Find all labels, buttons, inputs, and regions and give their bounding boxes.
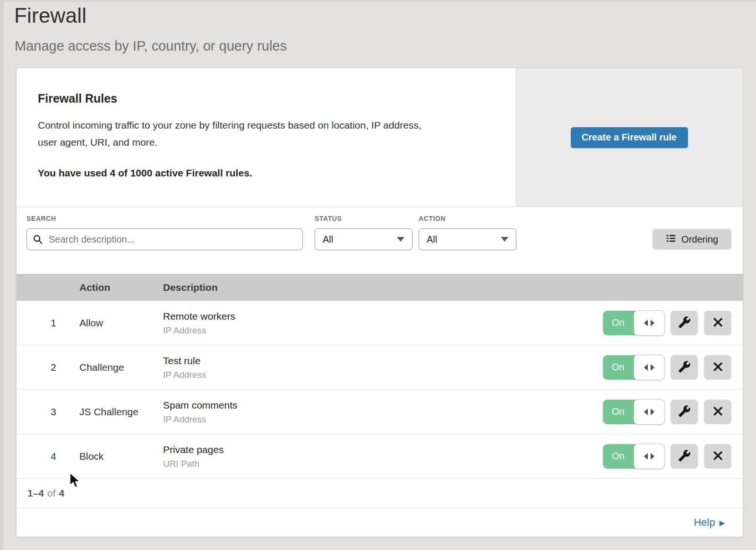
description-line-2: user agent, URI, and more. [38, 137, 157, 148]
rule-match-type: IP Address [163, 325, 235, 335]
triangle-right-icon [651, 453, 654, 460]
overview-section: Firewall Rules Control incoming traffic … [17, 68, 743, 207]
rule-enabled-toggle[interactable]: On [603, 400, 664, 424]
toggle-state-label: On [603, 355, 633, 380]
rule-description: Test rule [163, 355, 206, 366]
delete-rule-button[interactable] [704, 400, 731, 424]
rule-enabled-toggle[interactable]: On [603, 444, 664, 469]
rule-description-cell: Remote workers IP Address [163, 310, 235, 335]
ordering-button[interactable]: Ordering [653, 229, 731, 250]
rule-match-type: IP Address [163, 414, 238, 424]
edit-rule-button[interactable] [670, 444, 698, 469]
section-description: Control incoming traffic to your zone by… [38, 117, 487, 151]
toggle-handle[interactable] [634, 399, 665, 425]
description-line-1: Control incoming traffic to your zone by… [38, 120, 421, 131]
status-label: STATUS [315, 215, 412, 222]
table-row: 2 Challenge Test rule IP Address On [17, 345, 743, 390]
create-firewall-rule-button[interactable]: Create a Firewall rule [571, 127, 688, 148]
table-row: 1 Allow Remote workers IP Address On [17, 301, 743, 345]
table-row: 3 JS Challenge Spam comments IP Address … [17, 390, 743, 434]
page-subtitle: Manage access by IP, country, or query r… [15, 38, 287, 54]
rule-controls: On [603, 400, 731, 424]
column-header-action: Action [79, 274, 110, 301]
toggle-handle[interactable] [634, 310, 665, 336]
rule-action: Challenge [79, 345, 124, 390]
rule-description-cell: Private pages URI Path [163, 444, 223, 469]
card-footer: Help ▶ [17, 508, 743, 537]
window-left-edge [0, 0, 4, 550]
rule-description: Private pages [163, 444, 223, 455]
help-link-label: Help [694, 516, 715, 529]
rule-controls: On [603, 444, 731, 469]
overview-text-block: Firewall Rules Control incoming traffic … [17, 68, 515, 207]
delete-rule-button[interactable] [704, 311, 731, 335]
ordering-button-label: Ordering [681, 234, 718, 245]
action-filter: ACTION All [419, 215, 516, 250]
close-icon [712, 450, 724, 463]
delete-rule-button[interactable] [704, 444, 731, 469]
search-input[interactable] [26, 228, 303, 250]
help-link[interactable]: Help ▶ [694, 516, 725, 529]
toggle-state-label: On [603, 400, 633, 424]
usage-text: You have used 4 of 1000 active Firewall … [38, 167, 487, 179]
wrench-icon [678, 449, 691, 463]
delete-rule-button[interactable] [704, 355, 731, 380]
triangle-right-icon [651, 320, 654, 326]
chevron-down-icon [397, 237, 404, 242]
toggle-handle[interactable] [634, 355, 665, 380]
wrench-icon [678, 316, 691, 330]
edit-rule-button[interactable] [670, 400, 698, 424]
rules-list: 1 Allow Remote workers IP Address On [17, 301, 743, 479]
column-header-description: Description [163, 274, 218, 301]
cta-panel: Create a Firewall rule [515, 68, 743, 207]
pagination-range: 1–4 [27, 488, 44, 499]
rule-number: 1 [42, 301, 56, 345]
search-filter: SEARCH [26, 215, 303, 250]
triangle-left-icon [644, 453, 648, 460]
arrow-right-icon: ▶ [719, 518, 725, 526]
rule-action: JS Challenge [79, 390, 138, 434]
rule-enabled-toggle[interactable]: On [603, 311, 664, 335]
table-row: 4 Block Private pages URI Path On [17, 434, 743, 479]
triangle-right-icon [651, 364, 654, 371]
edit-rule-button[interactable] [670, 355, 698, 380]
rule-enabled-toggle[interactable]: On [603, 355, 664, 380]
status-select[interactable]: All [315, 228, 412, 250]
triangle-left-icon [644, 364, 648, 371]
toggle-state-label: On [603, 444, 633, 469]
close-icon [712, 405, 724, 419]
rule-number: 4 [42, 434, 56, 479]
rule-controls: On [603, 355, 731, 380]
edit-rule-button[interactable] [670, 311, 698, 335]
pagination-of: of [47, 488, 56, 499]
window-top-edge [0, 0, 756, 2]
wrench-icon [678, 360, 691, 375]
rule-number: 2 [42, 345, 56, 390]
page: Firewall Manage access by IP, country, o… [0, 0, 756, 550]
pagination-total: 4 [59, 488, 65, 499]
triangle-left-icon [644, 320, 648, 326]
rule-description-cell: Test rule IP Address [163, 355, 206, 380]
search-label: SEARCH [26, 215, 303, 222]
action-label: ACTION [419, 215, 516, 222]
table-header: Action Description [17, 274, 743, 301]
triangle-right-icon [651, 409, 654, 415]
rule-number: 3 [42, 390, 56, 434]
rule-controls: On [603, 311, 731, 335]
action-value: All [427, 234, 437, 245]
search-icon [33, 234, 43, 246]
action-select[interactable]: All [419, 228, 516, 250]
list-icon [666, 233, 676, 246]
status-value: All [323, 234, 333, 245]
search-box [26, 228, 303, 250]
toggle-handle[interactable] [634, 444, 665, 469]
rule-description: Spam comments [163, 399, 238, 410]
page-title: Firewall [14, 4, 86, 27]
rule-match-type: URI Path [163, 458, 223, 469]
pagination: 1–4 of 4 [17, 479, 743, 508]
firewall-rules-card: Firewall Rules Control incoming traffic … [16, 68, 743, 537]
chevron-down-icon [501, 237, 508, 242]
triangle-left-icon [644, 409, 648, 415]
rule-description: Remote workers [163, 310, 235, 322]
close-icon [712, 361, 724, 374]
